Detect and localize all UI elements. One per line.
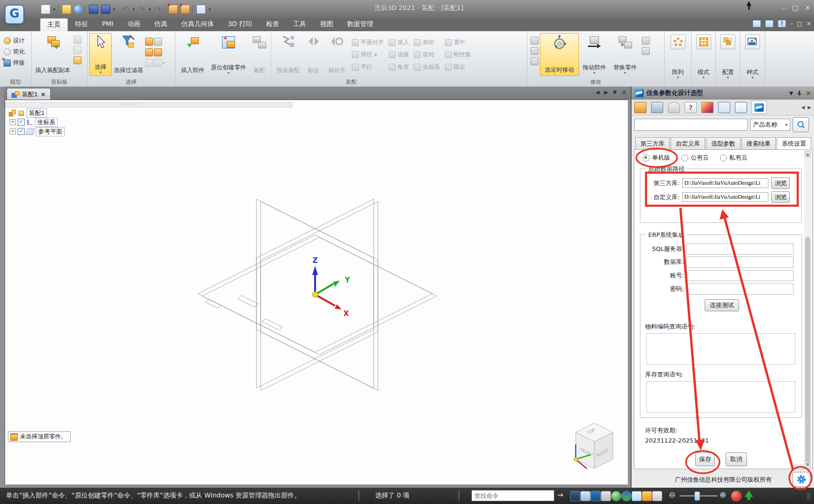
tab-animation[interactable]: 动画 — [121, 18, 148, 31]
tree-splitter-bar[interactable]: ········· — [5, 102, 292, 108]
tree-row-coordinate-system[interactable]: + ✓ 坐标系 — [10, 118, 65, 127]
custom-path-input[interactable] — [682, 192, 768, 202]
pattern-button[interactable]: 阵列 ▾ — [669, 33, 687, 81]
weld-button[interactable]: 焊接 — [4, 58, 25, 68]
help-icon[interactable]: ? — [778, 20, 786, 27]
connect-button[interactable]: 连接 — [387, 49, 412, 61]
parts-balls-icon[interactable] — [718, 102, 730, 113]
search-field-dropdown[interactable]: 产品名称 ▾ — [750, 119, 790, 131]
browse-third-party-button[interactable]: 浏览 — [771, 177, 790, 189]
relationship-manager-icon[interactable] — [531, 37, 538, 45]
tab-selection-params[interactable]: 选型参数 — [706, 137, 740, 150]
monitor-icon[interactable] — [651, 102, 663, 113]
paste-icon[interactable] — [74, 56, 81, 64]
settings-gear-button[interactable] — [793, 472, 810, 487]
new-file-icon[interactable] — [41, 5, 50, 14]
radio-private-cloud[interactable]: 私有云 — [720, 154, 747, 162]
plane-align-button[interactable]: 平面对齐 — [350, 37, 387, 48]
find-send-icon[interactable]: → — [557, 491, 563, 499]
config-button[interactable]: 配置 ▾ — [719, 33, 737, 81]
select-box-icon[interactable] — [154, 59, 162, 67]
panel-pin-icon[interactable] — [797, 90, 802, 96]
tab-3d-print[interactable]: 3D 打印 — [221, 18, 259, 31]
tab-nav-list-icon[interactable]: ▼ — [613, 89, 617, 95]
select-stack-icon[interactable] — [154, 48, 162, 56]
select-visible-icon[interactable] — [145, 38, 153, 46]
shaded-view-icon[interactable] — [611, 491, 621, 501]
mode-button[interactable]: 模式 ▾ — [694, 33, 713, 81]
zoom-slider-handle[interactable] — [694, 491, 700, 501]
scroll-up-icon[interactable]: ▲ — [805, 151, 811, 157]
create-inplace-button[interactable]: * 原位创建零件 ▾ — [208, 33, 249, 76]
insert-part-button[interactable]: 插入部件 — [177, 33, 208, 76]
iconbar-right-icon[interactable]: ▶ — [807, 105, 811, 110]
move-on-select-button[interactable]: 选定时移动 — [540, 33, 579, 76]
material-query-textarea[interactable] — [646, 333, 795, 365]
list-view-icon[interactable] — [735, 102, 747, 113]
cut-icon[interactable] — [74, 36, 81, 44]
tree-root-label[interactable]: 装配1 — [27, 108, 47, 118]
checkbox-checked-icon[interactable]: ✓ — [18, 119, 25, 126]
panel-display-icon[interactable] — [765, 20, 774, 27]
save-as-icon[interactable] — [101, 5, 110, 14]
transfer-icon[interactable] — [642, 37, 650, 45]
view-cube[interactable]: TOP FRONT RIGHT — [574, 423, 613, 469]
redo-icon[interactable]: ↷ — [138, 5, 146, 13]
document-tab-close-icon[interactable]: × — [40, 91, 46, 98]
zoom-area-icon[interactable] — [570, 491, 580, 501]
tab-data-management[interactable]: 数据管理 — [340, 18, 380, 31]
path-button[interactable]: 路径▾ — [350, 49, 387, 61]
panel-help-icon[interactable]: ? — [685, 102, 697, 113]
zoom-in-icon[interactable]: ⊕ — [720, 490, 726, 499]
tab-third-party-library[interactable]: 第三方库 — [635, 137, 670, 150]
pan-icon[interactable] — [601, 491, 611, 501]
scrollbar-thumb[interactable] — [805, 237, 810, 465]
qat-customize-icon[interactable]: ▾ — [209, 7, 211, 12]
design-button[interactable]: 设计 — [4, 36, 25, 46]
property-manager-icon[interactable] — [196, 5, 206, 14]
tree-coordinate-system-label[interactable]: 坐标系 — [35, 118, 58, 127]
search-button[interactable] — [793, 117, 809, 132]
cancel-button[interactable]: 取消 — [726, 452, 747, 466]
upload-arrow-icon[interactable] — [745, 491, 753, 497]
capture-fit-icon[interactable] — [531, 47, 538, 55]
app-logo-icon[interactable]: G — [5, 5, 24, 24]
sql-server-input[interactable] — [686, 243, 794, 255]
tree-reference-planes-label[interactable]: 参考平面 — [36, 127, 65, 136]
repeat-icon[interactable]: ↷ — [154, 5, 162, 13]
simplify-button[interactable]: 简化 — [4, 47, 25, 57]
tab-custom-library[interactable]: 自定义库 — [671, 137, 705, 150]
mate-button[interactable]: 贴合 — [303, 33, 324, 76]
fix-button[interactable]: 固定 — [443, 61, 474, 73]
select-zoom-icon[interactable] — [145, 59, 153, 67]
panel-close-icon[interactable]: × — [806, 89, 811, 97]
disperse-icon[interactable] — [642, 47, 650, 55]
account-input[interactable] — [686, 270, 794, 281]
jiayu-tab-icon[interactable] — [752, 101, 767, 114]
find-command-input[interactable] — [471, 490, 554, 501]
gauge-icon[interactable] — [668, 102, 680, 113]
panel-dock-icon[interactable]: ▼ — [789, 90, 793, 96]
rigid-set-button[interactable]: 刚性集 — [443, 49, 474, 61]
fit-view-icon[interactable] — [591, 491, 601, 501]
third-party-path-input[interactable] — [682, 178, 768, 188]
save-icon[interactable] — [89, 5, 98, 14]
update-links-icon[interactable] — [168, 5, 178, 14]
window-maximize-button[interactable]: □ — [792, 4, 798, 11]
doc-close-button[interactable]: × — [807, 20, 811, 27]
product-search-input[interactable] — [634, 119, 748, 131]
select-pick-icon[interactable] — [154, 38, 162, 46]
rotate-view-icon[interactable] — [621, 491, 632, 501]
password-input[interactable] — [686, 283, 794, 295]
checkbox-checked-icon[interactable]: ✓ — [18, 128, 25, 135]
selection-options-icon[interactable] — [652, 491, 662, 501]
panel-scrollbar[interactable]: ▲ ▼ — [804, 151, 811, 468]
tree-row-reference-planes[interactable]: + ✓ 参考平面 — [10, 127, 65, 136]
tab-home[interactable]: 主页 — [40, 18, 68, 32]
tab-nav-left-icon[interactable]: ◀ — [596, 89, 599, 95]
insert-constraint-button[interactable]: 插入 — [387, 37, 412, 48]
new-file-dropdown-icon[interactable]: ▾ — [53, 7, 55, 12]
radio-public-cloud[interactable]: 公有云 — [681, 154, 709, 162]
resize-grip-icon[interactable]: ░ — [807, 493, 812, 500]
angle-button[interactable]: 角度 — [387, 61, 412, 73]
